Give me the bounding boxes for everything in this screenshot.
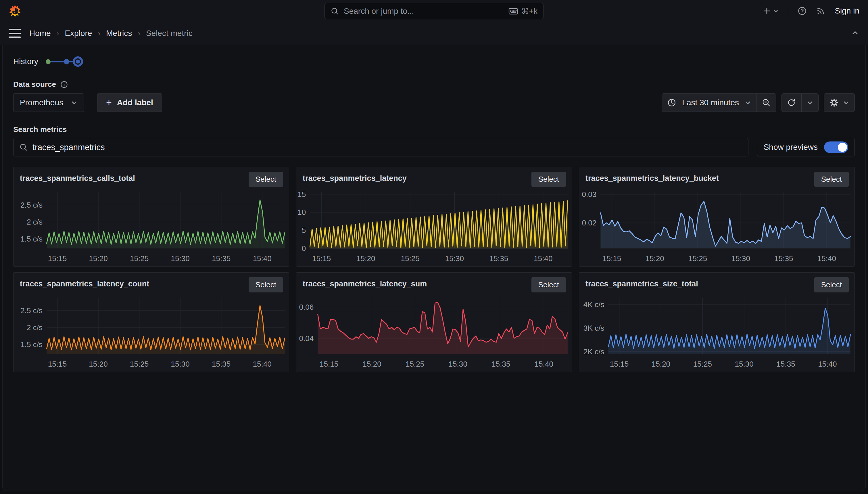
- chevron-down-icon: [745, 99, 751, 106]
- metric-preview-chart[interactable]: 15:1515:2015:2515:3015:3515:40051015: [296, 189, 572, 264]
- refresh-icon: [787, 98, 796, 107]
- svg-text:15:25: 15:25: [401, 254, 419, 263]
- datasource-label: Data source: [13, 80, 56, 89]
- new-menu-button[interactable]: [763, 6, 778, 15]
- svg-text:15:40: 15:40: [534, 254, 552, 263]
- svg-text:15:15: 15:15: [48, 360, 67, 368]
- datasource-value: Prometheus: [20, 98, 63, 107]
- search-icon: [19, 143, 28, 152]
- add-label-button[interactable]: + Add label: [97, 93, 162, 112]
- metric-preview-chart[interactable]: 15:1515:2015:2515:3015:3515:401.5 c/s2 c…: [14, 189, 289, 264]
- metric-preview-chart[interactable]: 15:1515:2015:2515:3015:3515:400.020.03: [579, 189, 854, 264]
- breadcrumb-separator: ›: [57, 29, 59, 38]
- history-current-step[interactable]: [73, 56, 83, 67]
- breadcrumb-explore[interactable]: Explore: [65, 29, 92, 38]
- svg-text:2 c/s: 2 c/s: [27, 218, 42, 226]
- metric-panel: traces_spanmetrics_latency_bucket Select…: [579, 167, 855, 267]
- metric-panel: traces_spanmetrics_latency Select 15:151…: [296, 167, 572, 267]
- metric-preview-chart[interactable]: 15:1515:2015:2515:3015:3515:400.040.06: [296, 294, 572, 369]
- history-step-dot[interactable]: [64, 59, 69, 64]
- svg-text:0.04: 0.04: [299, 334, 314, 343]
- svg-text:15:35: 15:35: [212, 254, 231, 263]
- global-search-box[interactable]: ⌘+k: [324, 3, 544, 19]
- metric-panel: traces_spanmetrics_size_total Select 15:…: [579, 272, 855, 372]
- history-connector: [51, 61, 64, 62]
- svg-text:15:20: 15:20: [356, 254, 375, 263]
- clock-icon: [667, 98, 676, 107]
- chevron-down-icon: [773, 8, 778, 14]
- toggle-knob: [838, 142, 847, 152]
- breadcrumb-current: Select metric: [146, 29, 193, 38]
- svg-text:15:30: 15:30: [735, 360, 753, 368]
- svg-text:15:25: 15:25: [130, 360, 149, 368]
- add-label-text: Add label: [117, 98, 153, 107]
- news-rss-button[interactable]: [816, 6, 826, 16]
- zoom-out-icon: [762, 98, 771, 107]
- collapse-pane-button[interactable]: [851, 28, 860, 38]
- shortcut-text: ⌘+k: [521, 6, 537, 16]
- grafana-logo[interactable]: [8, 5, 21, 17]
- svg-text:15:25: 15:25: [693, 360, 712, 368]
- datasource-picker[interactable]: Prometheus: [13, 93, 84, 112]
- select-metric-button[interactable]: Select: [814, 172, 849, 187]
- svg-text:15: 15: [297, 190, 306, 199]
- zoom-out-button[interactable]: [756, 94, 776, 112]
- time-picker-group: Last 30 minutes: [662, 93, 776, 112]
- svg-text:15:35: 15:35: [776, 360, 795, 368]
- time-range-picker[interactable]: Last 30 minutes: [662, 94, 756, 112]
- svg-text:15:25: 15:25: [130, 254, 149, 263]
- time-range-value: Last 30 minutes: [682, 98, 739, 107]
- plus-icon: +: [106, 97, 112, 107]
- metric-panel: traces_spanmetrics_calls_total Select 15…: [13, 167, 289, 267]
- search-metrics-label: Search metrics: [13, 125, 67, 134]
- select-metric-button[interactable]: Select: [531, 172, 566, 187]
- svg-text:0.02: 0.02: [582, 218, 596, 227]
- metric-panels-grid: traces_spanmetrics_calls_total Select 15…: [13, 167, 855, 372]
- svg-text:15:15: 15:15: [312, 254, 331, 263]
- svg-text:15:15: 15:15: [603, 254, 621, 263]
- metric-search-input[interactable]: [33, 142, 743, 152]
- select-metric-button[interactable]: Select: [531, 277, 566, 292]
- select-metric-button[interactable]: Select: [249, 277, 283, 292]
- breadcrumb-separator: ›: [98, 29, 100, 38]
- show-previews-label: Show previews: [764, 142, 818, 152]
- refresh-interval-dropdown[interactable]: [801, 94, 818, 112]
- history-step-dot[interactable]: [46, 59, 51, 64]
- svg-text:15:40: 15:40: [253, 360, 271, 368]
- search-shortcut: ⌘+k: [508, 6, 537, 16]
- help-button[interactable]: [797, 6, 807, 16]
- chevron-down-icon: [71, 99, 77, 106]
- refresh-button[interactable]: [782, 94, 801, 112]
- svg-text:15:35: 15:35: [212, 360, 231, 368]
- show-previews-toggle[interactable]: [824, 141, 848, 153]
- svg-text:15:40: 15:40: [817, 254, 836, 263]
- svg-text:15:30: 15:30: [448, 360, 467, 368]
- metric-search-box: [13, 138, 748, 156]
- menu-toggle-icon[interactable]: [8, 29, 21, 38]
- panel-title: traces_spanmetrics_calls_total: [20, 172, 135, 183]
- panel-title: traces_spanmetrics_size_total: [586, 277, 698, 288]
- svg-text:15:35: 15:35: [490, 254, 508, 263]
- svg-text:15:30: 15:30: [171, 254, 190, 263]
- svg-text:15:40: 15:40: [818, 360, 837, 368]
- metric-preview-chart[interactable]: 15:1515:2015:2515:3015:3515:401.5 c/s2 c…: [14, 294, 289, 369]
- svg-text:15:25: 15:25: [406, 360, 424, 368]
- sign-in-button[interactable]: Sign in: [835, 6, 860, 16]
- svg-text:15:20: 15:20: [645, 254, 664, 263]
- metric-preview-chart[interactable]: 15:1515:2015:2515:3015:3515:402K c/s3K c…: [579, 294, 854, 369]
- global-search-input[interactable]: [344, 6, 504, 16]
- info-icon[interactable]: [60, 80, 68, 89]
- settings-button[interactable]: [824, 94, 854, 112]
- svg-text:1.5 c/s: 1.5 c/s: [20, 340, 42, 349]
- refresh-group: [782, 93, 818, 112]
- select-metric-button[interactable]: Select: [814, 277, 849, 292]
- chevron-up-icon: [851, 28, 860, 37]
- history-connector: [69, 61, 73, 62]
- svg-text:2.5 c/s: 2.5 c/s: [20, 201, 42, 209]
- panel-title: traces_spanmetrics_latency_bucket: [586, 172, 719, 183]
- breadcrumb-metrics[interactable]: Metrics: [106, 29, 132, 38]
- select-metric-button[interactable]: Select: [249, 172, 283, 187]
- breadcrumb-home[interactable]: Home: [29, 29, 51, 38]
- chevron-down-icon: [843, 99, 849, 106]
- top-nav-bar: ⌘+k Sign in: [0, 0, 868, 22]
